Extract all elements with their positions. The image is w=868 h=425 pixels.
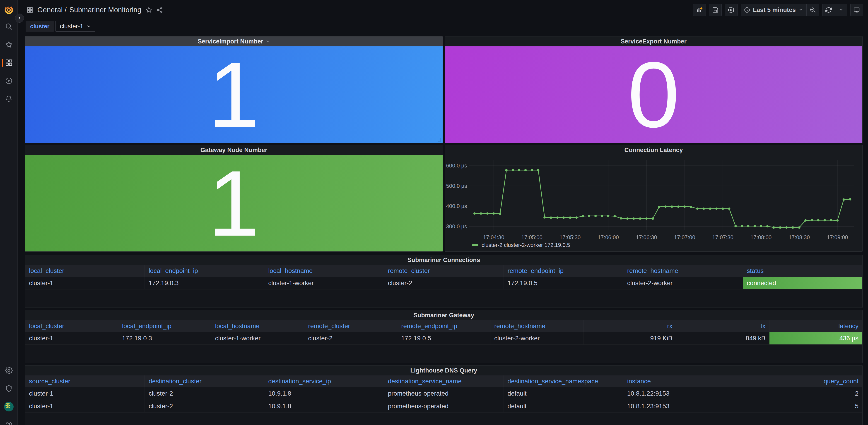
table-cell: cluster-2 — [384, 277, 503, 289]
line-chart-canvas[interactable]: 600.0 µs500.0 µs400.0 µs300.0 µs17:04:30… — [445, 155, 862, 252]
column-header[interactable]: destination_cluster — [145, 375, 264, 387]
data-point — [709, 207, 711, 210]
sidebar-item-profile[interactable] — [0, 402, 18, 411]
sidebar-expand-button[interactable] — [15, 13, 24, 23]
sidebar-item-starred[interactable] — [0, 40, 18, 49]
sidebar-item-search[interactable] — [0, 22, 18, 31]
refresh-dashboard-button[interactable] — [822, 4, 835, 16]
x-axis-tick-label: 17:06:00 — [598, 234, 619, 240]
breadcrumb-dashboard-title[interactable]: Submariner Monitoring — [69, 6, 141, 14]
sidebar-menu — [0, 22, 18, 103]
column-header[interactable]: destination_service_namespace — [504, 375, 623, 387]
table-cell: 10.8.1.23:9153 — [623, 400, 743, 412]
data-point — [645, 218, 648, 220]
zoom-out-time-button[interactable] — [807, 4, 819, 16]
dashboard-settings-button[interactable] — [725, 4, 738, 16]
star-icon — [146, 6, 152, 13]
data-point — [671, 205, 673, 208]
column-header[interactable]: latency — [770, 320, 862, 332]
time-range-picker[interactable]: Last 5 minutes — [741, 4, 807, 16]
data-point — [652, 218, 654, 220]
x-axis-tick-label: 17:06:30 — [636, 234, 657, 240]
column-header[interactable]: rx — [584, 320, 677, 332]
column-header[interactable]: local_cluster — [25, 265, 145, 277]
x-axis-tick-label: 17:08:30 — [789, 234, 810, 240]
save-icon — [712, 7, 718, 13]
data-point — [830, 219, 832, 221]
breadcrumb-folder[interactable]: General / — [37, 6, 67, 14]
column-header[interactable]: local_hostname — [211, 320, 304, 332]
panel-title-lighthouse-dns-query[interactable]: Lighthouse DNS Query — [25, 365, 862, 375]
data-point — [569, 216, 571, 219]
data-point — [499, 212, 501, 215]
data-point — [690, 206, 692, 208]
column-header[interactable]: source_cluster — [25, 375, 145, 387]
breadcrumb: General / Submariner Monitoring — [27, 6, 163, 14]
table-cell: 172.19.0.3 — [145, 277, 264, 289]
column-header[interactable]: remote_hostname — [623, 265, 743, 277]
panel-resize-handle[interactable] — [438, 138, 441, 141]
sidebar-item-server-admin[interactable] — [0, 384, 18, 393]
column-header[interactable]: local_hostname — [264, 265, 384, 277]
panel-title-submariner-gateway[interactable]: Submariner Gateway — [25, 310, 862, 320]
data-point — [601, 215, 603, 217]
data-point — [594, 215, 597, 217]
sidebar-item-explore[interactable] — [0, 76, 18, 85]
data-point — [492, 212, 495, 215]
data-point — [798, 226, 800, 229]
column-header[interactable]: remote_endpoint_ip — [397, 320, 490, 332]
table-cell: prometheus-operated — [384, 387, 503, 400]
sidebar-item-help[interactable] — [0, 421, 18, 425]
chevron-down-icon — [87, 24, 91, 29]
favorite-dashboard-button[interactable] — [146, 6, 152, 13]
stat-value-area: 1 — [25, 46, 443, 143]
refresh-icon — [826, 7, 832, 13]
data-point — [747, 225, 749, 227]
grafana-logo[interactable] — [2, 3, 15, 15]
sidebar-item-configuration[interactable] — [0, 366, 18, 375]
table-cell: cluster-2-worker — [490, 332, 584, 345]
column-header[interactable]: local_endpoint_ip — [145, 265, 264, 277]
table-cell: default — [504, 387, 623, 400]
column-header[interactable]: destination_service_name — [384, 375, 503, 387]
column-header[interactable]: remote_endpoint_ip — [504, 265, 623, 277]
data-point — [715, 207, 718, 210]
table-cell: 436 µs — [770, 332, 862, 345]
table-cell: cluster-1-worker — [211, 332, 304, 345]
panel-title-text: Connection Latency — [624, 146, 683, 154]
save-dashboard-button[interactable] — [709, 4, 722, 16]
table-cell: 172.19.0.5 — [504, 277, 623, 289]
x-axis-tick-label: 17:08:00 — [750, 234, 772, 240]
grafana-dashboard: General / Submariner Monitoring — [0, 0, 868, 425]
column-header[interactable]: remote_hostname — [490, 320, 584, 332]
data-point — [550, 216, 552, 219]
column-header[interactable]: remote_cluster — [304, 320, 397, 332]
variable-value-dropdown[interactable]: cluster-1 — [56, 21, 95, 32]
table-cell: cluster-1 — [25, 387, 145, 400]
column-header[interactable]: remote_cluster — [384, 265, 503, 277]
data-point — [524, 169, 527, 171]
table-cell: 849 kB — [676, 332, 770, 345]
column-header[interactable]: instance — [623, 375, 743, 387]
column-header[interactable]: destination_service_ip — [264, 375, 384, 387]
sidebar-item-dashboards[interactable] — [0, 58, 18, 67]
share-dashboard-button[interactable] — [156, 6, 163, 13]
chart-legend[interactable]: cluster-2 cluster-2-worker 172.19.0.5 — [472, 242, 570, 248]
column-header[interactable]: local_endpoint_ip — [118, 320, 211, 332]
data-point — [760, 225, 762, 227]
sidebar — [0, 0, 18, 425]
panel-serviceimport-number: ServiceImport Number 1 — [25, 36, 443, 143]
panel-title-connection-latency[interactable]: Connection Latency — [445, 145, 862, 155]
latency-chart[interactable]: 600.0 µs500.0 µs400.0 µs300.0 µs17:04:30… — [445, 155, 862, 252]
panel-title-submariner-connections[interactable]: Submariner Connections — [25, 255, 862, 265]
column-header[interactable]: local_cluster — [25, 320, 118, 332]
column-header[interactable]: query_count — [743, 375, 862, 387]
sidebar-item-alerting[interactable] — [0, 95, 18, 103]
data-point — [683, 205, 686, 208]
cycle-view-mode-button[interactable] — [850, 4, 863, 16]
add-panel-button[interactable] — [693, 4, 706, 16]
column-header[interactable]: tx — [676, 320, 770, 332]
search-icon — [5, 23, 13, 30]
refresh-interval-picker[interactable] — [835, 4, 847, 16]
column-header[interactable]: status — [743, 265, 862, 277]
